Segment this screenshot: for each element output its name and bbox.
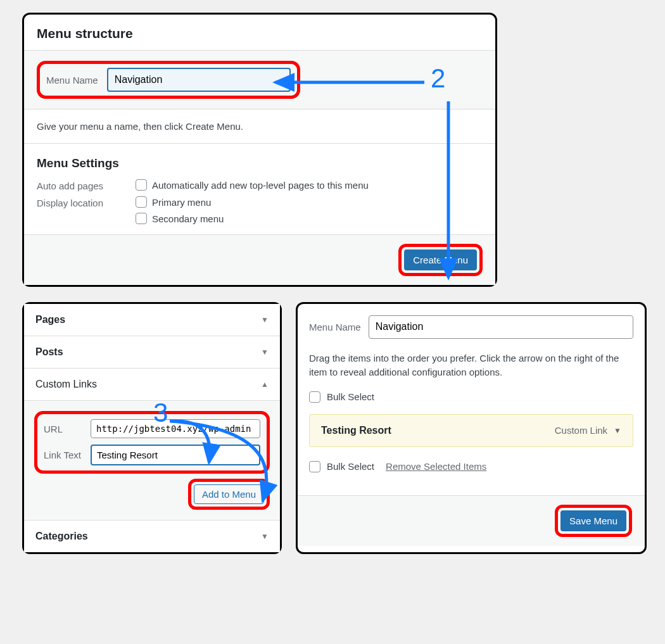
accordion-categories[interactable]: Categories ▼: [24, 521, 280, 552]
link-text-row: Link Text: [44, 445, 260, 465]
secondary-menu-checkbox[interactable]: [136, 213, 147, 224]
menu-item-title: Testing Resort: [321, 425, 391, 436]
menu-name-input-2[interactable]: [369, 315, 633, 338]
secondary-menu-checkbox-row[interactable]: Secondary menu: [136, 213, 224, 224]
chevron-up-icon: ▲: [261, 380, 269, 389]
custom-links-footer: Add to Menu: [34, 474, 270, 510]
bulk-select-bottom-cb[interactable]: Bulk Select: [309, 461, 374, 472]
annotation-3: 3: [153, 398, 168, 428]
accordion-custom-links[interactable]: Custom Links ▲: [24, 369, 280, 401]
menu-name-row-2: Menu Name: [309, 315, 633, 338]
primary-menu-text: Primary menu: [152, 197, 211, 208]
bulk-select-bottom: Bulk Select Remove Selected Items: [309, 461, 633, 472]
top-footer: Create Menu: [24, 234, 495, 285]
menu-settings: Menu Settings Auto add pages Automatical…: [24, 144, 495, 234]
drag-instruction: Drag the items into the order you prefer…: [309, 351, 633, 380]
accordion-custom-links-label: Custom Links: [35, 379, 97, 390]
menu-structure-title: Menu structure: [37, 26, 483, 41]
display-location-label: Display location: [37, 196, 119, 208]
save-menu-button[interactable]: Save Menu: [560, 510, 626, 531]
menu-item-type: Custom Link ▼: [555, 425, 621, 436]
highlight-save-menu: Save Menu: [555, 505, 632, 537]
bulk-select-checkbox-bottom[interactable]: [309, 461, 320, 472]
primary-menu-checkbox-row[interactable]: Primary menu: [136, 196, 224, 208]
auto-add-text: Automatically add new top-level pages to…: [152, 180, 369, 191]
accordion-pages-label: Pages: [35, 314, 65, 325]
create-menu-button[interactable]: Create Menu: [404, 249, 477, 270]
bulk-select-top[interactable]: Bulk Select: [309, 391, 633, 403]
custom-links-body: URL Link Text Add to Menu: [24, 401, 280, 521]
chevron-down-icon: ▼: [261, 348, 269, 357]
url-row: URL: [44, 419, 260, 438]
menu-edit-panel: Menu Name Drag the items into the order …: [296, 302, 647, 554]
url-input[interactable]: [91, 419, 260, 438]
menu-structure-panel: Menu structure Menu Name Give your menu …: [22, 13, 497, 287]
chevron-down-icon: ▼: [261, 532, 269, 541]
bulk-select-label-bottom: Bulk Select: [327, 461, 374, 472]
annotation-2: 2: [431, 63, 445, 94]
display-location-row: Display location Primary menu Secondary …: [37, 196, 483, 224]
accordion-posts-label: Posts: [35, 346, 63, 358]
menu-name-label-2: Menu Name: [309, 322, 361, 332]
link-text-input[interactable]: [91, 445, 260, 465]
menu-name-label: Menu Name: [46, 75, 98, 85]
bulk-select-label-top: Bulk Select: [327, 391, 374, 402]
highlight-step2-input: Menu Name: [37, 61, 300, 99]
primary-menu-checkbox[interactable]: [136, 196, 147, 208]
link-text-label: Link Text: [44, 450, 84, 460]
highlight-add-to-menu: Add to Menu: [188, 479, 270, 510]
auto-add-label: Auto add pages: [37, 179, 119, 191]
right-footer: Save Menu: [298, 495, 645, 546]
highlight-create-menu: Create Menu: [398, 244, 483, 276]
auto-add-checkbox[interactable]: [136, 179, 147, 191]
auto-add-row: Auto add pages Automatically add new top…: [37, 179, 483, 191]
help-text: Give your menu a name, then click Create…: [24, 110, 495, 144]
menu-structure-header: Menu structure: [24, 15, 495, 51]
bulk-select-checkbox-top[interactable]: [309, 391, 320, 403]
add-to-menu-button[interactable]: Add to Menu: [194, 484, 264, 504]
url-label: URL: [44, 424, 84, 434]
highlight-step3-inputs: URL Link Text: [34, 411, 270, 474]
menu-settings-title: Menu Settings: [37, 156, 483, 170]
menu-name-input[interactable]: [107, 68, 291, 92]
remove-selected-link[interactable]: Remove Selected Items: [386, 461, 486, 472]
auto-add-checkbox-row[interactable]: Automatically add new top-level pages to…: [136, 179, 369, 191]
menu-item-testing-resort[interactable]: Testing Resort Custom Link ▼: [309, 414, 633, 447]
accordion-pages[interactable]: Pages ▼: [24, 304, 280, 336]
chevron-down-icon[interactable]: ▼: [614, 426, 621, 435]
secondary-menu-text: Secondary menu: [152, 213, 224, 224]
chevron-down-icon: ▼: [261, 315, 269, 324]
accordion-posts[interactable]: Posts ▼: [24, 336, 280, 369]
menu-name-row: Menu Name: [24, 51, 495, 110]
accordion-categories-label: Categories: [35, 531, 88, 542]
menu-sources-accordion: Pages ▼ Posts ▼ Custom Links ▲ URL Link …: [22, 302, 282, 554]
